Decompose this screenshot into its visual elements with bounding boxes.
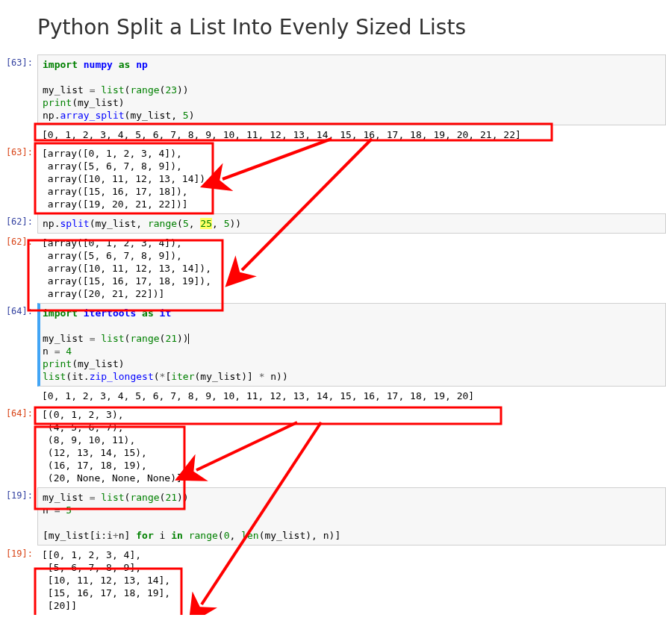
stdout-cell: [0, 1, 2, 3, 4, 5, 6, 7, 8, 9, 10, 11, 1… (0, 125, 666, 144)
output-body: [0, 1, 2, 3, 4, 5, 6, 7, 8, 9, 10, 11, 1… (37, 125, 666, 144)
out-prompt: [62]: (0, 234, 37, 303)
in-prompt: [19]: (0, 487, 37, 545)
notebook: [63]:import numpy as np my_list = list(r… (0, 54, 666, 615)
code-body[interactable]: my_list = list(range(21)) n = 5 [my_list… (37, 487, 666, 545)
in-prompt: [62]: (0, 213, 37, 234)
output-body: [array([0, 1, 2, 3, 4]), array([5, 6, 7,… (37, 144, 666, 213)
out-prompt (0, 387, 37, 405)
out-prompt (0, 125, 37, 144)
in-prompt: [64]: (0, 303, 37, 387)
out-prompt: [64]: (0, 405, 37, 487)
code-body[interactable]: import itertools as it my_list = list(ra… (37, 303, 666, 387)
code-cell[interactable]: [62]:np.split(my_list, range(5, 25, 5)) (0, 213, 666, 234)
output-body: [0, 1, 2, 3, 4, 5, 6, 7, 8, 9, 10, 11, 1… (37, 387, 666, 405)
output-cell: [63]:[array([0, 1, 2, 3, 4]), array([5, … (0, 144, 666, 213)
output-cell: [64]:[(0, 1, 2, 3), (4, 5, 6, 7), (8, 9,… (0, 405, 666, 487)
code-body[interactable]: np.split(my_list, range(5, 25, 5)) (37, 213, 666, 234)
code-cell[interactable]: [63]:import numpy as np my_list = list(r… (0, 54, 666, 125)
output-body: [array([0, 1, 2, 3, 4]), array([5, 6, 7,… (37, 234, 666, 303)
code-body[interactable]: import numpy as np my_list = list(range(… (37, 54, 666, 125)
in-prompt: [63]: (0, 54, 37, 125)
out-prompt: [19]: (0, 545, 37, 615)
stdout-cell: [0, 1, 2, 3, 4, 5, 6, 7, 8, 9, 10, 11, 1… (0, 387, 666, 405)
code-cell[interactable]: [19]:my_list = list(range(21)) n = 5 [my… (0, 487, 666, 545)
output-cell: [19]:[[0, 1, 2, 3, 4], [5, 6, 7, 8, 9], … (0, 545, 666, 615)
output-body: [[0, 1, 2, 3, 4], [5, 6, 7, 8, 9], [10, … (37, 545, 666, 615)
out-prompt: [63]: (0, 144, 37, 213)
page-title: Python Split a List Into Evenly Sized Li… (37, 15, 666, 40)
code-cell[interactable]: [64]:import itertools as it my_list = li… (0, 303, 666, 387)
output-body: [(0, 1, 2, 3), (4, 5, 6, 7), (8, 9, 10, … (37, 405, 666, 487)
output-cell: [62]:[array([0, 1, 2, 3, 4]), array([5, … (0, 234, 666, 303)
